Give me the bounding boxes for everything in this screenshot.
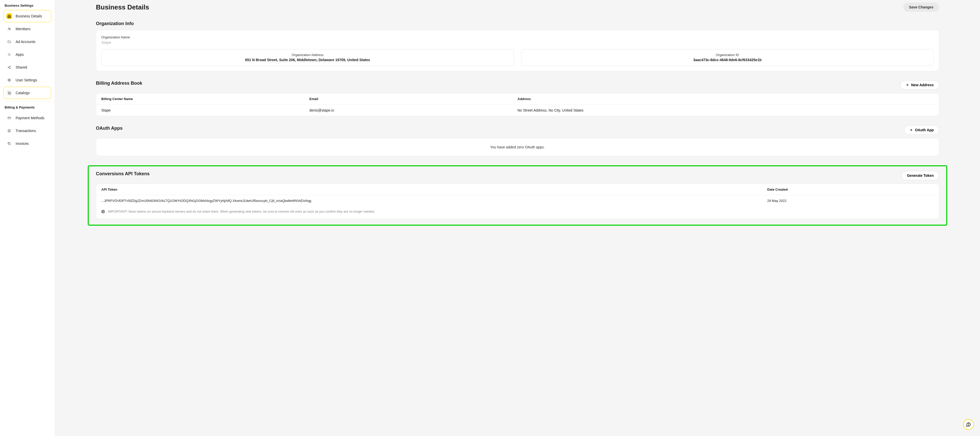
billing-col-address: Address <box>518 97 934 101</box>
billing-address-cell: No Street Address, No City, United State… <box>518 108 934 112</box>
sidebar-section-billing: Billing & Payments <box>3 105 51 112</box>
svg-point-1 <box>10 28 10 29</box>
oauth-empty-card: You have added zero OAuth apps. <box>96 138 939 156</box>
sidebar-item-label: Shared <box>16 65 27 69</box>
save-changes-button[interactable]: Save Changes <box>903 3 939 12</box>
billing-name-cell: Stape <box>101 108 309 112</box>
plus-icon <box>905 83 909 87</box>
billing-address-section: Billing Address Book New Address Billing… <box>96 80 939 116</box>
sidebar-item-payment-methods[interactable]: Payment Methods <box>3 112 51 124</box>
plus-icon <box>909 128 913 132</box>
page-title: Business Details <box>96 3 149 11</box>
sidebar-item-invoices[interactable]: Invoices <box>3 137 51 150</box>
sidebar-item-label: Ad Accounts <box>16 40 35 44</box>
org-info-card: Organization Name Stape Organization Add… <box>96 30 939 71</box>
gear-icon <box>6 77 12 83</box>
sidebar-item-label: Members <box>16 27 30 31</box>
svg-point-7 <box>10 54 11 55</box>
sidebar-item-label: Catalogs <box>16 91 30 95</box>
token-date-cell: 29 May 2022 <box>767 199 934 203</box>
svg-point-0 <box>8 28 10 29</box>
svg-point-4 <box>10 53 11 54</box>
svg-point-5 <box>8 54 9 55</box>
svg-point-2 <box>8 53 9 54</box>
billing-col-email: Email <box>309 97 518 101</box>
billing-col-name: Billing Center Name <box>101 97 309 101</box>
svg-point-3 <box>9 53 10 54</box>
sidebar-item-shared[interactable]: Shared <box>3 61 51 73</box>
sidebar-item-label: Business Details <box>16 14 42 18</box>
svg-rect-19 <box>9 143 11 145</box>
info-icon: i <box>101 210 105 213</box>
sidebar-item-label: Apps <box>16 53 24 57</box>
org-address-value: 651 N Broad Street, Suite 206, Middletow… <box>107 58 509 62</box>
sidebar-item-label: User Settings <box>16 78 37 82</box>
token-value-cell: ...JPRFVDVElPTn5lZDg2ZmU0Ni03NGVkLTQ1OWY… <box>101 199 767 203</box>
new-address-label: New Address <box>911 83 934 87</box>
list-icon <box>6 128 12 134</box>
help-icon <box>966 422 971 427</box>
org-name-label: Organization Name <box>101 35 934 39</box>
table-row[interactable]: ...JPRFVDVElPTn5lZDg2ZmU0Ni03NGVkLTQ1OWY… <box>96 195 939 206</box>
conversions-api-section: Conversions API Tokens Generate Token AP… <box>96 171 939 219</box>
folder-icon <box>6 39 12 45</box>
billing-email-cell: denis@stape.io <box>309 108 518 112</box>
org-id-value: 3aac473c-8dcc-4648-9de6-8cf633425e1b <box>527 58 929 62</box>
org-name-value: Stape <box>101 40 934 45</box>
token-col-date: Date Created <box>767 188 934 192</box>
cart-icon <box>6 90 12 96</box>
token-note-text: IMPORTANT! Store tokens on secure backen… <box>108 209 375 214</box>
sidebar-item-members[interactable]: Members <box>3 23 51 35</box>
tokens-table: API Token Date Created ...JPRFVDVElPTn5l… <box>96 184 939 219</box>
svg-point-8 <box>8 55 9 56</box>
page-header: Business Details Save Changes <box>96 3 939 12</box>
billing-table: Billing Center Name Email Address Stape … <box>96 93 939 116</box>
help-button[interactable] <box>963 419 974 430</box>
share-icon <box>6 64 12 70</box>
home-icon <box>6 13 12 19</box>
sidebar-item-apps[interactable]: Apps <box>3 48 51 61</box>
sidebar-item-catalogs[interactable]: Catalogs <box>3 87 51 99</box>
section-title-org-info: Organization Info <box>96 21 939 26</box>
sidebar-item-business-details[interactable]: Business Details <box>3 10 51 22</box>
generate-token-button[interactable]: Generate Token <box>902 171 939 180</box>
svg-rect-17 <box>8 117 11 119</box>
sidebar-item-label: Invoices <box>16 142 29 145</box>
sidebar-item-label: Payment Methods <box>16 116 45 120</box>
members-icon <box>6 26 12 32</box>
grid-icon <box>6 52 12 57</box>
token-col-token: API Token <box>101 188 767 192</box>
svg-point-6 <box>9 54 10 55</box>
svg-point-20 <box>968 425 969 425</box>
org-address-label: Organization Address <box>107 53 509 57</box>
org-id-label: Organization ID <box>527 53 929 57</box>
sidebar-section-business: Business Settings <box>3 3 51 10</box>
generate-token-label: Generate Token <box>907 174 934 177</box>
svg-point-15 <box>8 94 9 94</box>
org-id-box: Organization ID 3aac473c-8dcc-4648-9de6-… <box>521 49 934 66</box>
conversions-api-highlight: Conversions API Tokens Generate Token AP… <box>88 165 947 226</box>
oauth-app-button[interactable]: OAuth App <box>904 125 939 134</box>
oauth-app-label: OAuth App <box>915 128 934 132</box>
svg-point-9 <box>9 55 10 56</box>
sidebar-item-transactions[interactable]: Transactions <box>3 125 51 137</box>
new-address-button[interactable]: New Address <box>900 80 939 89</box>
oauth-apps-section: OAuth Apps OAuth App You have added zero… <box>96 125 939 156</box>
svg-point-10 <box>10 55 11 56</box>
sidebar: Business Settings Business Details Membe… <box>0 0 55 436</box>
section-title-tokens: Conversions API Tokens <box>96 171 150 177</box>
svg-point-14 <box>9 80 10 81</box>
section-title-oauth: OAuth Apps <box>96 126 123 131</box>
section-title-billing: Billing Address Book <box>96 81 142 86</box>
token-note: i IMPORTANT! Store tokens on secure back… <box>96 206 939 219</box>
table-row[interactable]: Stape denis@stape.io No Street Address, … <box>96 105 939 116</box>
org-address-box: Organization Address 651 N Broad Street,… <box>101 49 514 66</box>
copy-icon <box>6 141 12 146</box>
card-icon <box>6 115 12 121</box>
svg-point-16 <box>10 94 11 94</box>
organization-info-section: Organization Info Organization Name Stap… <box>96 21 939 71</box>
sidebar-item-ad-accounts[interactable]: Ad Accounts <box>3 35 51 48</box>
sidebar-item-user-settings[interactable]: User Settings <box>3 74 51 86</box>
main-content: Business Details Save Changes Organizati… <box>55 0 980 436</box>
sidebar-item-label: Transactions <box>16 129 36 133</box>
